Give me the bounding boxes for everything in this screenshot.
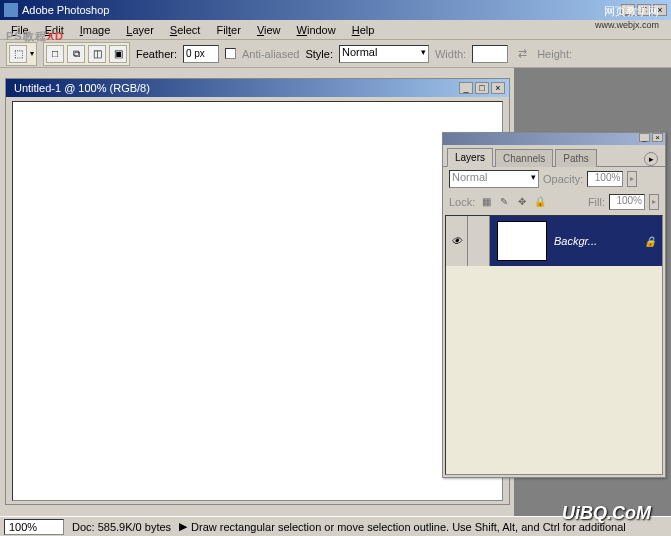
antialiased-checkbox xyxy=(225,48,236,59)
lock-icon: 🔒 xyxy=(644,236,656,247)
palette-titlebar[interactable]: _ × xyxy=(443,133,665,145)
layers-palette: _ × Layers Channels Paths ▸ Normal Opaci… xyxy=(442,132,666,478)
palette-menu-button[interactable]: ▸ xyxy=(644,152,658,166)
watermark-url: www.webjx.com xyxy=(595,20,659,30)
doc-minimize-button[interactable]: _ xyxy=(459,82,473,94)
lock-transparent-icon[interactable]: ▦ xyxy=(479,195,493,209)
doc-info[interactable]: Doc: 585.9K/0 bytes xyxy=(64,521,179,533)
menu-select[interactable]: Select xyxy=(163,22,208,38)
style-select[interactable]: Normal xyxy=(339,45,429,63)
status-hint: ▶ Draw rectangular selection or move sel… xyxy=(179,520,626,533)
feather-input[interactable] xyxy=(183,45,219,63)
doc-close-button[interactable]: × xyxy=(491,82,505,94)
document-titlebar[interactable]: Untitled-1 @ 100% (RGB/8) _ □ × xyxy=(6,79,509,97)
marquee-tool-icon: ⬚ xyxy=(9,45,27,63)
document-title: Untitled-1 @ 100% (RGB/8) xyxy=(14,82,150,94)
feather-label: Feather: xyxy=(136,48,177,60)
width-input xyxy=(472,45,508,63)
selection-new-icon[interactable]: □ xyxy=(46,45,64,63)
menu-edit[interactable]: Edit xyxy=(38,22,71,38)
menu-help[interactable]: Help xyxy=(345,22,382,38)
fill-arrow-icon: ▸ xyxy=(649,194,659,210)
document-window: Untitled-1 @ 100% (RGB/8) _ □ × xyxy=(5,78,510,505)
width-label: Width: xyxy=(435,48,466,60)
fill-input: 100% xyxy=(609,194,645,210)
menu-layer[interactable]: Layer xyxy=(119,22,161,38)
visibility-toggle[interactable]: 👁 xyxy=(446,216,468,266)
app-icon xyxy=(4,3,18,17)
layer-list[interactable]: 👁 Backgr... 🔒 xyxy=(445,215,663,475)
fill-label: Fill: xyxy=(588,196,605,208)
watermark-site: 网页教学网 xyxy=(604,4,659,19)
layer-row[interactable]: 👁 Backgr... 🔒 xyxy=(446,216,662,266)
menu-window[interactable]: Window xyxy=(290,22,343,38)
play-icon: ▶ xyxy=(179,520,187,533)
app-titlebar: Adobe Photoshop _ □ × xyxy=(0,0,671,20)
palette-tabs: Layers Channels Paths ▸ xyxy=(443,145,665,167)
menu-image[interactable]: Image xyxy=(73,22,118,38)
opacity-label: Opacity: xyxy=(543,173,583,185)
selection-add-icon[interactable]: ⧉ xyxy=(67,45,85,63)
layer-thumbnail[interactable] xyxy=(498,222,546,260)
menu-view[interactable]: View xyxy=(250,22,288,38)
layer-name[interactable]: Backgr... xyxy=(554,235,597,247)
selection-intersect-icon[interactable]: ▣ xyxy=(109,45,127,63)
menubar: File Edit Image Layer Select Filter View… xyxy=(0,20,671,40)
lock-move-icon[interactable]: ✥ xyxy=(515,195,529,209)
palette-close-button[interactable]: × xyxy=(652,133,663,142)
tab-layers[interactable]: Layers xyxy=(447,148,493,167)
lock-paint-icon[interactable]: ✎ xyxy=(497,195,511,209)
height-label: Height: xyxy=(537,48,572,60)
blend-mode-select: Normal xyxy=(449,170,539,188)
canvas[interactable] xyxy=(12,101,503,501)
lock-all-icon[interactable]: 🔒 xyxy=(533,195,547,209)
menu-file[interactable]: File xyxy=(4,22,36,38)
watermark-brand: UiBQ.CoM xyxy=(562,503,651,524)
tab-channels[interactable]: Channels xyxy=(495,149,553,167)
app-title: Adobe Photoshop xyxy=(22,4,109,16)
style-label: Style: xyxy=(305,48,333,60)
menu-filter[interactable]: Filter xyxy=(209,22,247,38)
doc-maximize-button[interactable]: □ xyxy=(475,82,489,94)
tool-preset[interactable]: ⬚▾ xyxy=(6,42,37,66)
lock-label: Lock: xyxy=(449,196,475,208)
link-cell[interactable] xyxy=(468,216,490,266)
options-bar: ⬚▾ □ ⧉ ◫ ▣ Feather: Anti-aliased Style: … xyxy=(0,40,671,68)
zoom-input[interactable]: 100% xyxy=(4,519,64,535)
selection-subtract-icon[interactable]: ◫ xyxy=(88,45,106,63)
opacity-arrow-icon: ▸ xyxy=(627,171,637,187)
antialiased-label: Anti-aliased xyxy=(242,48,299,60)
tab-paths[interactable]: Paths xyxy=(555,149,597,167)
palette-minimize-button[interactable]: _ xyxy=(639,133,650,142)
opacity-input: 100% xyxy=(587,171,623,187)
